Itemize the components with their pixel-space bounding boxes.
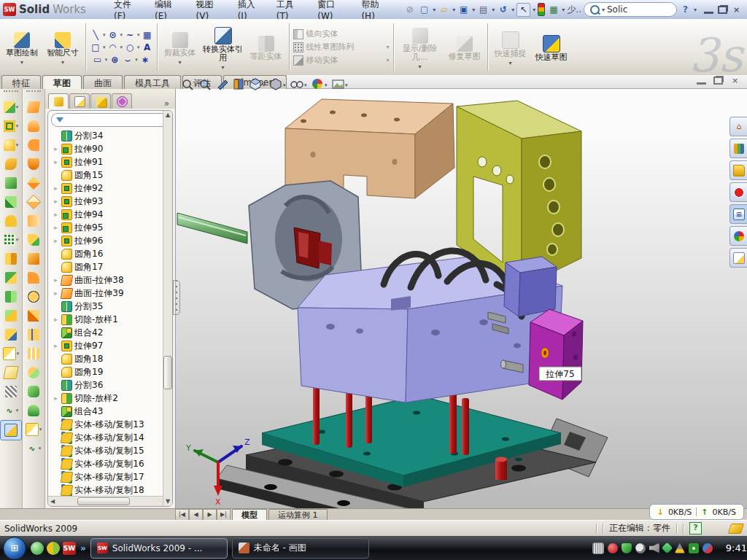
expand-arrow-icon[interactable]: ▸ bbox=[53, 316, 59, 323]
messenger-quicklaunch-icon[interactable] bbox=[31, 542, 44, 555]
insert-part-button[interactable]: ▾ bbox=[1, 344, 21, 363]
tree-item[interactable]: 圆角15 bbox=[53, 168, 172, 182]
graphics-viewport[interactable]: ▾ ▾ ▾ ▾ ▾ bbox=[176, 89, 747, 508]
tree-item[interactable]: ▸曲面-拉伸38 bbox=[53, 273, 172, 287]
polygon-tool-button[interactable]: ⊕ bbox=[109, 54, 120, 65]
dropdown-caret-icon[interactable]: ▾ bbox=[17, 351, 20, 357]
pin-icon[interactable]: ⊘ bbox=[403, 4, 416, 16]
model-tab-模型[interactable]: 模型 bbox=[232, 509, 267, 521]
move-copy-body-button[interactable] bbox=[1, 325, 21, 344]
tree-item[interactable]: 组合43 bbox=[53, 405, 172, 418]
tree-item[interactable]: ▸拉伸96 bbox=[53, 234, 172, 247]
dropdown-caret-icon[interactable]: ▾ bbox=[16, 408, 19, 413]
view-orientation-icon[interactable] bbox=[250, 79, 260, 90]
surface-thicken-button[interactable] bbox=[23, 249, 44, 268]
surface-ruled-button[interactable] bbox=[23, 230, 44, 249]
boundary-boss-button[interactable] bbox=[1, 192, 21, 211]
reference-axis-button[interactable] bbox=[1, 382, 21, 401]
tree-item[interactable]: 实体-移动/复制13 bbox=[53, 418, 172, 431]
tree-vertical-scrollbar[interactable]: ▲ ▼ bbox=[163, 111, 172, 506]
circle-tool-button[interactable]: ⊙ bbox=[107, 29, 119, 40]
sketch-fillet-tool-button[interactable]: ⌣ bbox=[122, 54, 133, 65]
tree-item[interactable]: ▸拉伸90 bbox=[53, 142, 172, 155]
tab-scroll-button-0[interactable]: |◀ bbox=[175, 509, 189, 521]
hscroll-thumb[interactable] bbox=[77, 497, 130, 505]
slot-tool-caret-icon[interactable]: ▾ bbox=[105, 57, 108, 63]
panel-splitter-handle[interactable] bbox=[173, 280, 180, 315]
options-button[interactable]: ▦ bbox=[547, 4, 560, 16]
taskbar-window-button[interactable]: 未命名 - 画图 bbox=[232, 538, 369, 559]
toolbar-drag-handle[interactable] bbox=[4, 90, 18, 96]
open-caret-icon[interactable]: ▾ bbox=[452, 7, 455, 13]
document-close-button[interactable]: × bbox=[730, 77, 740, 85]
rapid-sketch-button[interactable]: 快速草图 bbox=[533, 32, 570, 62]
zoom-fit-icon[interactable] bbox=[183, 80, 193, 90]
tab-scroll-button-3[interactable]: ▶| bbox=[217, 509, 231, 521]
propertymanager-tab[interactable] bbox=[69, 93, 90, 109]
magenta-insert-block[interactable] bbox=[529, 309, 583, 400]
instant3d-button[interactable] bbox=[0, 420, 22, 440]
tree-item[interactable]: 分割35 bbox=[53, 300, 172, 313]
trim-entities-button[interactable]: 剪裁实体 ▾ bbox=[161, 29, 199, 66]
surface-sweep-button[interactable] bbox=[23, 136, 44, 155]
tree-horizontal-scrollbar[interactable]: ◀ ▶ bbox=[48, 496, 172, 506]
tree-item[interactable]: 圆角18 bbox=[53, 352, 172, 365]
tree-item[interactable]: ▸拉伸97 bbox=[53, 339, 172, 352]
open-button[interactable]: ▱ bbox=[438, 4, 450, 16]
dropdown-caret-icon[interactable]: ▾ bbox=[16, 104, 19, 110]
save-caret-icon[interactable]: ▾ bbox=[472, 7, 475, 13]
save-button[interactable]: ▣ bbox=[457, 4, 470, 16]
text-tool-button[interactable]: A bbox=[142, 42, 153, 52]
options-caret-icon[interactable]: ▾ bbox=[562, 7, 565, 13]
sketch-caret-icon[interactable]: ▾ bbox=[20, 59, 23, 66]
app-quicklaunch-icon[interactable] bbox=[47, 542, 60, 555]
tree-item[interactable]: 实体-移动/复制14 bbox=[53, 431, 172, 444]
sketch-button[interactable]: 草图绘制 ▾ bbox=[3, 29, 41, 66]
tree-item[interactable]: ▸拉伸92 bbox=[53, 182, 172, 195]
surface-revolve-button[interactable] bbox=[23, 117, 44, 136]
toolbar-overflow-label[interactable]: 少.. bbox=[567, 4, 581, 16]
quick-tips-icon[interactable]: ? bbox=[689, 522, 702, 534]
mirror-entities-button[interactable]: 镜向实体 bbox=[293, 28, 390, 39]
scene-icon[interactable] bbox=[333, 80, 344, 88]
restore-button[interactable] bbox=[718, 6, 727, 14]
surface-fill-button[interactable] bbox=[23, 382, 44, 401]
undo-button[interactable]: ↺ bbox=[497, 4, 509, 16]
tab-草图[interactable]: 草图 bbox=[42, 75, 82, 89]
select-button[interactable]: ↖ bbox=[516, 3, 530, 17]
line-tool-caret-icon[interactable]: ▾ bbox=[103, 32, 106, 38]
expand-arrow-icon[interactable]: ▸ bbox=[53, 276, 59, 284]
expand-arrow-icon[interactable]: ▸ bbox=[53, 158, 59, 166]
reference-plane-button[interactable] bbox=[1, 363, 21, 382]
tree-item[interactable]: 实体-移动/复制15 bbox=[53, 444, 172, 457]
toolbar-drag-handle[interactable] bbox=[26, 90, 41, 96]
search-input[interactable]: ▾ Solic bbox=[584, 2, 677, 17]
key-tray-icon[interactable] bbox=[635, 543, 646, 553]
undo-caret-icon[interactable]: ▾ bbox=[511, 7, 514, 13]
shield-tray-icon[interactable] bbox=[622, 543, 632, 553]
solidworks-quicklaunch-icon[interactable]: SW bbox=[63, 542, 76, 555]
model-tab-运动算例 1[interactable]: 运动算例 1 bbox=[268, 509, 328, 521]
appearances-icon[interactable] bbox=[312, 79, 322, 89]
surface-trim-button[interactable] bbox=[23, 325, 44, 344]
surface-loft-button[interactable] bbox=[23, 155, 44, 174]
tree-item[interactable]: 实体-移动/复制17 bbox=[53, 470, 172, 483]
convert-entities-button[interactable]: 转换实体引用 ▾ bbox=[202, 24, 244, 71]
hide-show-items-icon[interactable] bbox=[291, 82, 303, 88]
surface-offset-button[interactable] bbox=[23, 192, 44, 211]
move-entities-button[interactable]: 移动实体 ▾ bbox=[293, 55, 390, 66]
fillet-button[interactable]: ▾ bbox=[1, 136, 21, 155]
sync-tray-icon[interactable] bbox=[662, 542, 673, 554]
select-caret-icon[interactable]: ▾ bbox=[533, 7, 535, 13]
expand-arrow-icon[interactable]: ▸ bbox=[53, 394, 59, 402]
help-button[interactable]: ? bbox=[679, 4, 692, 16]
design-library-button[interactable] bbox=[729, 139, 747, 158]
rectangle-tool-button[interactable]: □ bbox=[90, 42, 101, 52]
smart-dimension-caret-icon[interactable]: ▾ bbox=[61, 59, 64, 66]
tree-item[interactable]: ▸切除-放样1 bbox=[53, 313, 172, 326]
arc-tool-caret-icon[interactable]: ▾ bbox=[120, 44, 123, 50]
tree-item[interactable]: 圆角19 bbox=[53, 365, 172, 378]
expand-arrow-icon[interactable]: ▸ bbox=[53, 289, 59, 297]
circle-tool-caret-icon[interactable]: ▾ bbox=[120, 32, 123, 38]
keyboard-tray-icon[interactable] bbox=[592, 542, 604, 554]
